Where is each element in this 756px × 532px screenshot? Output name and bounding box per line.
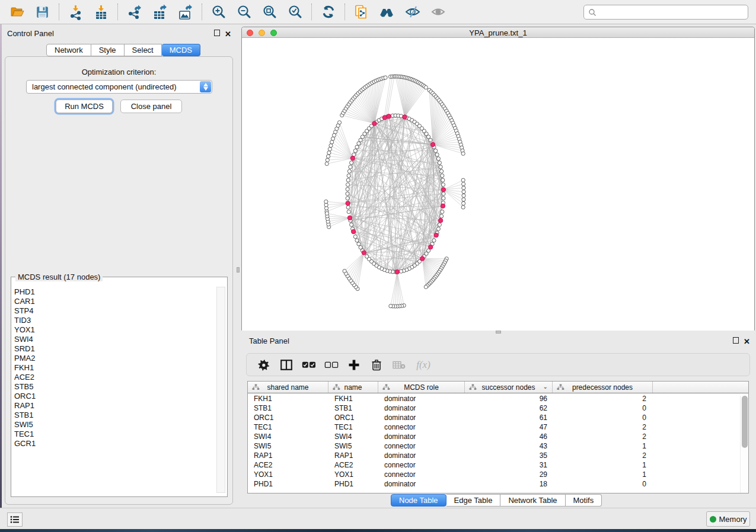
- control-panel-float-button[interactable]: [214, 30, 220, 38]
- hide-selected-button[interactable]: [400, 2, 425, 22]
- deselect-all-button[interactable]: [320, 361, 343, 368]
- mcds-result-item[interactable]: GCR1: [14, 439, 217, 448]
- mcds-result-item[interactable]: SWI5: [14, 420, 217, 430]
- mcds-result-item[interactable]: PHD1: [14, 287, 217, 297]
- mcds-result-item[interactable]: RAP1: [14, 401, 217, 411]
- table-row[interactable]: ACE2ACE2connector311: [248, 460, 748, 470]
- control-panel-close-button[interactable]: ✕: [225, 30, 231, 39]
- destroy-table-button[interactable]: [388, 361, 410, 369]
- task-history-button[interactable]: [7, 512, 23, 527]
- export-image-button[interactable]: [173, 2, 198, 22]
- close-panel-button[interactable]: Close panel: [120, 100, 182, 113]
- table-row[interactable]: STB1STB1dominator620: [248, 403, 748, 413]
- horizontal-splitter-handle[interactable]: [496, 331, 501, 334]
- zoom-selected-button[interactable]: [282, 2, 308, 22]
- table-scrollbar[interactable]: [740, 396, 748, 493]
- optimization-criterion-select[interactable]: largest connected component (undirected): [26, 80, 212, 94]
- run-mcds-button[interactable]: Run MCDS: [56, 100, 113, 113]
- search-input[interactable]: [583, 5, 748, 20]
- network-window-titlebar[interactable]: YPA_prune.txt_1: [242, 27, 754, 38]
- tab-style[interactable]: Style: [91, 44, 125, 56]
- tab-select[interactable]: Select: [125, 44, 162, 56]
- desktop-wallpaper-left: [0, 24, 2, 529]
- table-row[interactable]: TEC1TEC1connector472: [248, 422, 748, 432]
- tab-motifs[interactable]: Motifs: [566, 494, 602, 507]
- export-table-button[interactable]: [147, 2, 173, 22]
- attribute-type-icon: [252, 384, 260, 390]
- column-header-MCDS-role[interactable]: MCDS role: [378, 382, 465, 393]
- close-icon: ✕: [225, 30, 231, 39]
- mcds-result-item[interactable]: STB1: [14, 411, 217, 420]
- table-row[interactable]: FKH1FKH1dominator962: [248, 394, 748, 403]
- add-column-button[interactable]: [343, 360, 365, 370]
- mcds-result-item[interactable]: FKH1: [14, 363, 217, 373]
- mcds-result-item[interactable]: TEC1: [14, 430, 217, 439]
- network-window: YPA_prune.txt_1: [241, 27, 755, 331]
- column-header-shared-name[interactable]: shared name: [248, 382, 328, 393]
- mcds-result-item[interactable]: YOX1: [14, 325, 217, 335]
- attribute-type-icon: [382, 384, 390, 390]
- zoom-fit-button[interactable]: [257, 2, 282, 22]
- mcds-result-item[interactable]: SRD1: [14, 344, 217, 354]
- table-row[interactable]: SWI4SWI4dominator462: [248, 432, 748, 441]
- tab-edge-table[interactable]: Edge Table: [446, 494, 501, 507]
- mcds-result-item[interactable]: ORC1: [14, 392, 217, 401]
- open-folder-icon: [9, 4, 25, 20]
- column-header-name[interactable]: name: [328, 382, 378, 393]
- tab-node-table[interactable]: Node Table: [391, 494, 446, 507]
- float-icon: [214, 30, 220, 36]
- zoom-in-icon: [210, 4, 227, 20]
- refresh-icon: [321, 4, 336, 20]
- tab-network-table[interactable]: Network Table: [500, 494, 565, 507]
- table-settings-button[interactable]: [253, 359, 275, 371]
- network-window-title: YPA_prune.txt_1: [242, 28, 754, 37]
- open-file-button[interactable]: [4, 2, 30, 22]
- table-row[interactable]: YOX1YOX1connector291: [248, 470, 748, 479]
- mcds-result-item[interactable]: STB5: [14, 382, 217, 392]
- mcds-result-item[interactable]: ACE2: [14, 373, 217, 382]
- column-header-successor-nodes[interactable]: successor nodes⌄: [465, 382, 553, 393]
- mcds-result-item[interactable]: STP4: [14, 306, 217, 316]
- duplicate-network-button[interactable]: [349, 2, 374, 22]
- table-panel-float-button[interactable]: [733, 337, 739, 345]
- function-builder-button[interactable]: f(x): [410, 359, 436, 371]
- zoom-in-button[interactable]: [206, 2, 231, 22]
- toggle-column-panel-button[interactable]: [275, 360, 298, 370]
- mcds-result-scrollbar[interactable]: [216, 287, 225, 493]
- table-panel-tabs: Node TableEdge TableNetwork TableMotifs: [391, 494, 602, 507]
- mcds-result-item[interactable]: TID3: [14, 316, 217, 325]
- import-network-button[interactable]: [63, 2, 88, 22]
- tab-mcds[interactable]: MCDS: [162, 44, 200, 56]
- tab-network[interactable]: Network: [46, 44, 91, 56]
- mcds-result-list[interactable]: PHD1CAR1STP4TID3YOX1SWI4SRD1PMA2FKH1ACE2…: [12, 287, 217, 448]
- import-table-button[interactable]: [88, 2, 114, 22]
- node-table-header: shared namenameMCDS rolesuccessor nodes⌄…: [248, 382, 748, 393]
- table-scrollbar-thumb[interactable]: [742, 396, 748, 448]
- refresh-layout-button[interactable]: [315, 2, 341, 22]
- table-row[interactable]: SWI5SWI5connector431: [248, 441, 748, 451]
- table-panel-close-button[interactable]: ✕: [744, 337, 750, 346]
- zoom-out-button[interactable]: [231, 2, 257, 22]
- column-header-predecessor-nodes[interactable]: predecessor nodes: [553, 382, 653, 393]
- show-all-button[interactable]: [425, 2, 451, 22]
- float-icon: [733, 337, 739, 344]
- search-neighbors-button[interactable]: [374, 2, 400, 22]
- table-row[interactable]: RAP1RAP1dominator352: [248, 451, 748, 460]
- select-all-button[interactable]: [298, 361, 320, 368]
- save-button[interactable]: [30, 2, 55, 22]
- delete-column-button[interactable]: [365, 359, 388, 371]
- table-row[interactable]: PHD1PHD1dominator180: [248, 479, 748, 489]
- attribute-type-icon: [333, 384, 340, 390]
- mcds-result-item[interactable]: PMA2: [14, 354, 217, 363]
- mcds-result-item[interactable]: CAR1: [14, 297, 217, 306]
- network-graph[interactable]: [242, 39, 754, 331]
- memory-button[interactable]: Memory: [706, 511, 750, 527]
- export-image-icon: [177, 4, 193, 20]
- table-toolbar: f(x): [246, 353, 750, 376]
- mcds-result-item[interactable]: SWI4: [14, 335, 217, 344]
- table-row[interactable]: ORC1ORC1dominator610: [248, 413, 748, 422]
- export-network-button[interactable]: [122, 2, 147, 22]
- vertical-splitter-handle[interactable]: [237, 267, 240, 273]
- status-bar: Memory: [0, 508, 756, 529]
- save-icon: [35, 5, 50, 20]
